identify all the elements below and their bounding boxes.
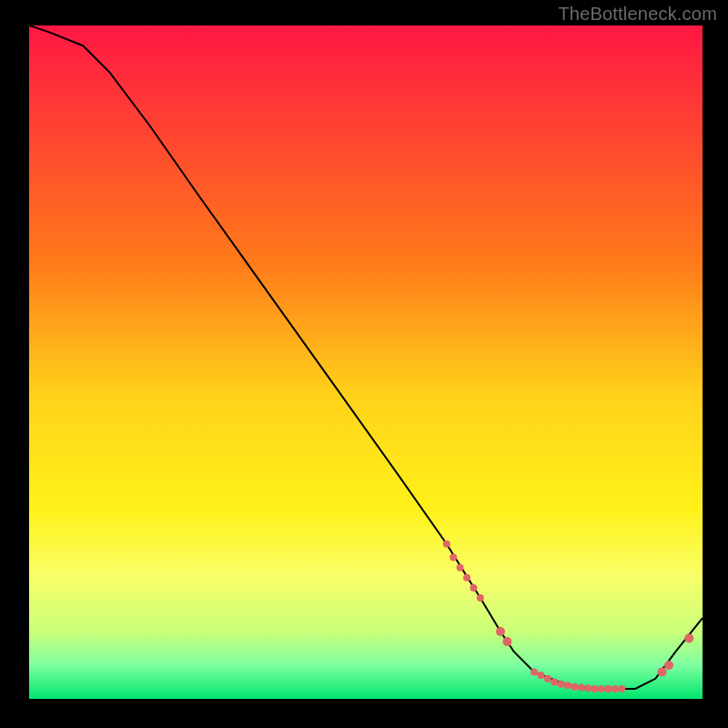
data-point xyxy=(664,661,673,670)
data-point xyxy=(571,683,578,691)
data-point xyxy=(457,564,464,571)
data-point xyxy=(604,685,612,693)
data-point xyxy=(463,574,470,581)
data-point xyxy=(584,684,592,692)
data-point xyxy=(502,637,511,646)
data-point xyxy=(531,668,538,675)
data-point xyxy=(537,672,544,679)
data-point xyxy=(578,683,585,691)
data-point xyxy=(544,675,551,682)
data-point xyxy=(558,681,565,688)
bottleneck-chart xyxy=(0,0,728,728)
data-point xyxy=(592,685,599,693)
data-point xyxy=(598,685,605,693)
watermark-text: TheBottleneck.com xyxy=(558,4,717,25)
data-point xyxy=(684,633,693,642)
data-point xyxy=(564,682,571,689)
data-point xyxy=(612,685,619,693)
data-point xyxy=(658,667,667,676)
chart-frame: { "watermark": "TheBottleneck.com", "cha… xyxy=(0,0,728,728)
data-point xyxy=(551,679,558,686)
data-point xyxy=(618,685,625,693)
data-point xyxy=(470,584,477,592)
data-point xyxy=(496,627,505,636)
data-point xyxy=(450,554,457,561)
data-point xyxy=(477,594,484,602)
data-point xyxy=(443,541,450,548)
gradient-background xyxy=(29,25,703,699)
